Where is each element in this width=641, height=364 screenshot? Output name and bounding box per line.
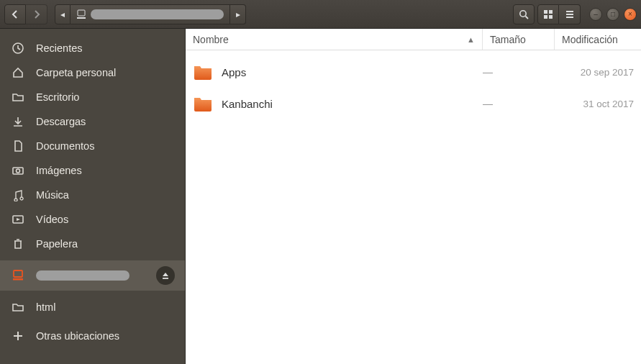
file-name: Apps xyxy=(222,66,476,78)
search-icon xyxy=(519,9,529,19)
sidebar-item-label: Recientes xyxy=(36,42,82,54)
eject-button[interactable] xyxy=(156,266,175,285)
column-header-modified[interactable]: Modificación xyxy=(555,29,641,50)
svg-rect-7 xyxy=(549,15,553,19)
grid-icon xyxy=(543,9,553,19)
sidebar-item-label: Descargas xyxy=(36,116,86,127)
sidebar-item-recent[interactable]: Recientes xyxy=(0,36,185,60)
folder-icon xyxy=(193,95,213,112)
svg-rect-0 xyxy=(78,10,85,16)
toolbar: ◂ ▸ – □ × xyxy=(0,0,641,29)
svg-rect-5 xyxy=(549,10,553,14)
file-name: Kanbanchi xyxy=(222,98,476,110)
column-header-label: Modificación xyxy=(562,34,618,45)
path-previous-button[interactable]: ◂ xyxy=(55,4,71,24)
sidebar-item-home[interactable]: Carpeta personal xyxy=(0,60,185,85)
path-current-location[interactable] xyxy=(71,4,230,24)
sidebar-item-label: Documentos xyxy=(36,140,94,152)
pathbar: ◂ ▸ xyxy=(55,4,246,24)
folder-icon xyxy=(193,63,213,81)
svg-rect-16 xyxy=(13,278,23,281)
document-icon xyxy=(10,140,26,153)
folder-icon xyxy=(10,301,26,314)
column-header-label: Nombre xyxy=(193,34,229,45)
mount-label-redacted xyxy=(36,270,129,281)
file-row[interactable]: Apps — 20 sep 2017 xyxy=(186,56,641,88)
svg-rect-4 xyxy=(544,10,547,14)
file-modified: 20 sep 2017 xyxy=(547,67,634,78)
file-size: — xyxy=(476,66,547,78)
sidebar-item-mounted-drive[interactable] xyxy=(0,260,185,291)
svg-point-2 xyxy=(520,10,526,16)
chevron-right-icon xyxy=(33,10,40,19)
svg-rect-1 xyxy=(77,17,86,19)
sidebar-item-videos[interactable]: Vídeos xyxy=(0,207,185,232)
svg-rect-15 xyxy=(14,270,22,277)
sidebar-item-music[interactable]: Música xyxy=(0,183,185,207)
eject-icon xyxy=(161,271,170,280)
device-icon xyxy=(10,269,26,282)
clock-icon xyxy=(10,42,26,55)
svg-line-3 xyxy=(526,16,529,19)
sidebar-item-label: Vídeos xyxy=(36,214,68,225)
grid-view-button[interactable] xyxy=(537,4,559,24)
sidebar-item-label: Papelera xyxy=(36,238,78,250)
svg-point-13 xyxy=(17,169,20,173)
sidebar-item-trash[interactable]: Papelera xyxy=(0,232,185,256)
file-modified: 31 oct 2017 xyxy=(547,99,634,109)
trash-icon xyxy=(10,237,26,250)
forward-button[interactable] xyxy=(26,4,47,24)
camera-icon xyxy=(10,164,26,177)
sidebar-item-pictures[interactable]: Imágenes xyxy=(0,158,185,183)
sidebar-item-desktop[interactable]: Escritorio xyxy=(0,85,185,109)
music-icon xyxy=(10,188,26,201)
minimize-button[interactable]: – xyxy=(589,8,602,21)
svg-rect-9 xyxy=(566,14,573,15)
sidebar-bookmark-html[interactable]: html xyxy=(0,295,185,319)
close-button[interactable]: × xyxy=(624,8,637,21)
sort-ascending-icon: ▲ xyxy=(467,35,475,44)
path-label-redacted xyxy=(91,9,224,19)
column-header-name[interactable]: Nombre ▲ xyxy=(186,29,483,50)
svg-rect-6 xyxy=(544,15,547,19)
home-icon xyxy=(10,66,26,79)
sidebar-other-locations[interactable]: Otras ubicaciones xyxy=(0,324,185,348)
sidebar-item-label: Escritorio xyxy=(36,91,79,103)
search-button[interactable] xyxy=(513,4,535,24)
sidebar-item-label: Imágenes xyxy=(36,165,82,176)
view-group xyxy=(537,4,581,24)
sidebar-item-label: Carpeta personal xyxy=(36,67,116,78)
plus-icon xyxy=(10,329,26,342)
window-controls: – □ × xyxy=(589,8,637,21)
sidebar-item-documents[interactable]: Documentos xyxy=(0,134,185,158)
file-size: — xyxy=(476,98,547,109)
video-icon xyxy=(10,213,26,226)
column-headers: Nombre ▲ Tamaño Modificación xyxy=(186,29,641,50)
sidebar-item-label: Música xyxy=(36,189,69,201)
column-header-label: Tamaño xyxy=(490,34,526,45)
device-icon xyxy=(76,9,86,19)
sidebar-item-label: html xyxy=(36,301,55,313)
svg-rect-17 xyxy=(163,278,168,279)
sidebar: Recientes Carpeta personal Escritorio De… xyxy=(0,29,186,364)
content-pane: Nombre ▲ Tamaño Modificación Apps — 20 s… xyxy=(186,29,641,364)
column-header-size[interactable]: Tamaño xyxy=(483,29,555,50)
folder-icon xyxy=(10,91,26,104)
svg-rect-8 xyxy=(566,11,573,12)
download-icon xyxy=(10,115,26,128)
file-row[interactable]: Kanbanchi — 31 oct 2017 xyxy=(186,88,641,119)
hamburger-icon xyxy=(565,9,575,19)
path-next-button[interactable]: ▸ xyxy=(230,4,246,24)
chevron-left-icon xyxy=(12,10,19,19)
sidebar-item-downloads[interactable]: Descargas xyxy=(0,109,185,134)
svg-rect-10 xyxy=(566,17,573,18)
maximize-button[interactable]: □ xyxy=(606,8,619,21)
nav-group xyxy=(4,4,47,24)
menu-button[interactable] xyxy=(559,4,581,24)
sidebar-item-label: Otras ubicaciones xyxy=(36,330,119,342)
file-list: Apps — 20 sep 2017 Kanbanchi — 31 oct 20… xyxy=(186,50,641,125)
back-button[interactable] xyxy=(4,4,26,24)
